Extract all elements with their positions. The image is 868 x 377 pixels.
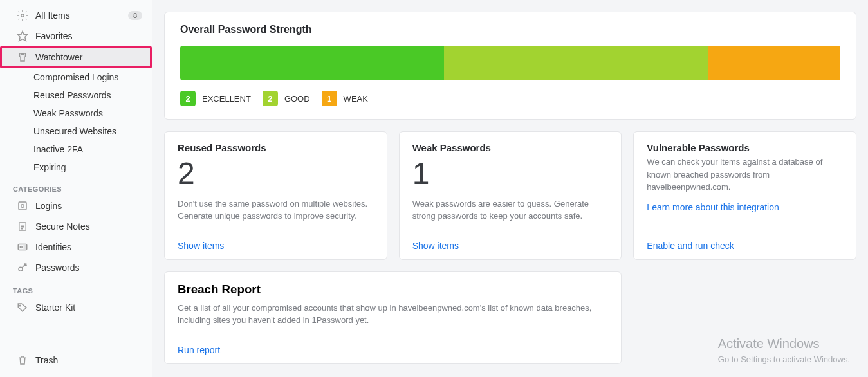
sidebar-item-favorites[interactable]: Favorites (0, 26, 152, 46)
overall-strength-card: Overall Password Strength 2 EXCELLENT 2 … (164, 12, 856, 120)
svg-point-3 (21, 205, 24, 208)
card-title: Reused Passwords (178, 142, 374, 153)
trash-icon (16, 354, 29, 367)
login-icon (16, 199, 29, 212)
card-title: Breach Report (178, 282, 608, 297)
enable-run-check-link[interactable]: Enable and run check (647, 241, 734, 251)
strength-legend: 2 EXCELLENT 2 GOOD 1 WEAK (180, 91, 840, 106)
sidebar-item-label: Secure Notes (35, 221, 142, 232)
show-items-link[interactable]: Show items (178, 241, 224, 251)
sidebar-item-all-items[interactable]: All Items 8 (0, 5, 152, 26)
strength-title: Overall Password Strength (180, 24, 840, 35)
categories-heading: CATEGORIES (0, 176, 152, 196)
legend-label: EXCELLENT (202, 94, 251, 104)
sidebar-item-label: Identities (35, 242, 142, 252)
svg-rect-2 (19, 202, 26, 210)
svg-point-0 (21, 14, 24, 17)
weak-passwords-card: Weak Passwords 1 Weak passwords are easi… (399, 131, 622, 260)
sidebar-item-secure-notes[interactable]: Secure Notes (0, 216, 152, 237)
legend-label: GOOD (284, 94, 310, 104)
svg-marker-1 (18, 32, 28, 41)
sidebar-item-label: Starter Kit (35, 302, 142, 313)
sidebar-item-label: Watchtower (35, 52, 142, 62)
watermark-subtitle: Go to Settings to activate Windows. (718, 353, 850, 366)
card-count: 1 (412, 157, 609, 191)
strength-segment-weak (708, 46, 840, 80)
sidebar-item-label: All Items (35, 10, 128, 21)
card-description: We can check your items against a databa… (647, 156, 843, 194)
legend-excellent: 2 EXCELLENT (180, 91, 251, 106)
sidebar-item-trash[interactable]: Trash (0, 350, 152, 371)
card-title: Vulnerable Passwords (647, 142, 843, 153)
sidebar: All Items 8 Favorites Watchtower Comprom… (0, 0, 152, 377)
tag-icon (16, 301, 29, 314)
strength-bar (180, 46, 840, 80)
watchtower-icon (16, 51, 29, 64)
sidebar-item-label: Logins (35, 201, 142, 211)
card-description: Weak passwords are easier to guess. Gene… (412, 198, 609, 223)
sidebar-item-label: Trash (35, 355, 142, 365)
legend-label: WEAK (344, 94, 368, 104)
breach-report-card: Breach Report Get a list of all your com… (164, 271, 622, 364)
learn-more-link[interactable]: Learn more about this integration (647, 202, 779, 212)
svg-point-9 (20, 246, 22, 248)
watermark-title: Activate Windows (718, 334, 850, 353)
legend-chip: 2 (263, 91, 278, 106)
card-count: 2 (178, 157, 374, 191)
sidebar-sub-expiring[interactable]: Expiring (0, 158, 152, 176)
card-title: Weak Passwords (412, 142, 609, 153)
show-items-link[interactable]: Show items (412, 241, 459, 251)
sidebar-sub-inactive2fa[interactable]: Inactive 2FA (0, 140, 152, 158)
svg-point-13 (20, 305, 21, 306)
windows-activation-watermark: Activate Windows Go to Settings to activ… (718, 334, 850, 366)
key-icon (16, 261, 29, 274)
vulnerable-passwords-card: Vulnerable Passwords We can check your i… (633, 131, 856, 260)
sidebar-sub-reused[interactable]: Reused Passwords (0, 86, 152, 104)
gear-icon (16, 9, 29, 22)
sidebar-item-identities[interactable]: Identities (0, 237, 152, 257)
legend-weak: 1 WEAK (322, 91, 368, 106)
sidebar-sub-unsecured[interactable]: Unsecured Websites (0, 122, 152, 140)
legend-good: 2 GOOD (263, 91, 310, 106)
star-icon (16, 30, 29, 42)
main-content: Overall Password Strength 2 EXCELLENT 2 … (152, 0, 868, 377)
run-report-link[interactable]: Run report (178, 345, 220, 355)
legend-chip: 2 (180, 91, 196, 106)
sidebar-item-label: Favorites (35, 31, 142, 41)
tags-heading: TAGS (0, 278, 152, 297)
sidebar-item-watchtower[interactable]: Watchtower (0, 46, 152, 68)
sidebar-sub-weak[interactable]: Weak Passwords (0, 104, 152, 122)
sidebar-sub-compromised[interactable]: Compromised Logins (0, 68, 152, 86)
reused-passwords-card: Reused Passwords 2 Don't use the same pa… (164, 131, 387, 260)
sidebar-item-logins[interactable]: Logins (0, 196, 152, 216)
note-icon (16, 220, 29, 233)
sidebar-item-tag-starter[interactable]: Starter Kit (0, 297, 152, 318)
strength-segment-good (444, 46, 708, 80)
strength-segment-excellent (180, 46, 444, 80)
legend-chip: 1 (322, 91, 337, 106)
card-description: Get a list of all your compromised accou… (178, 302, 608, 327)
sidebar-item-passwords[interactable]: Passwords (0, 257, 152, 278)
sidebar-item-label: Passwords (35, 262, 142, 273)
count-badge: 8 (128, 11, 142, 20)
svg-point-12 (19, 267, 23, 271)
card-description: Don't use the same password on multiple … (178, 198, 374, 223)
identity-icon (16, 241, 29, 253)
